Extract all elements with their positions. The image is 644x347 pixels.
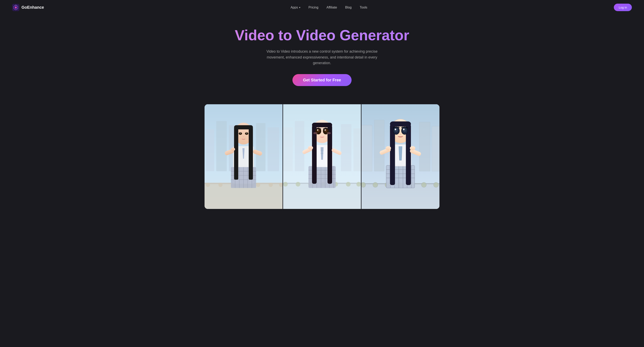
svg-rect-85: [374, 120, 384, 171]
navbar: GoEnhance Apps ▾ Pricing Affiliate Blog …: [0, 0, 644, 15]
panel-3-svg: [362, 104, 440, 209]
svg-rect-6: [256, 123, 266, 171]
svg-point-122: [410, 146, 415, 150]
svg-point-39: [231, 148, 235, 151]
hero-title: Video to Video Generator: [4, 27, 640, 44]
nav-item-affiliate[interactable]: Affiliate: [326, 6, 337, 9]
svg-rect-42: [295, 121, 304, 171]
panel-background-2: [283, 104, 361, 209]
svg-point-90: [362, 182, 366, 188]
svg-point-36: [243, 136, 244, 137]
panel-2-svg: [283, 104, 361, 209]
nav-link-affiliate[interactable]: Affiliate: [326, 6, 337, 9]
hero-section: Video to Video Generator Video to Video …: [0, 15, 644, 94]
logo[interactable]: GoEnhance: [12, 4, 44, 11]
svg-point-118: [403, 128, 405, 130]
svg-point-76: [317, 129, 318, 131]
svg-rect-84: [362, 125, 372, 171]
svg-point-11: [218, 183, 222, 187]
svg-point-82: [308, 146, 313, 150]
svg-point-52: [346, 182, 350, 187]
nav-item-apps[interactable]: Apps ▾: [290, 6, 300, 9]
logo-icon: [12, 4, 20, 11]
svg-point-48: [296, 182, 300, 187]
svg-marker-108: [399, 146, 402, 160]
svg-rect-3: [206, 129, 214, 171]
svg-point-95: [422, 182, 426, 188]
chevron-down-icon: ▾: [299, 6, 300, 9]
demo-panel-3: [361, 104, 440, 209]
svg-point-15: [268, 183, 273, 187]
svg-point-121: [386, 146, 391, 150]
panel-background-1: [204, 104, 282, 209]
nav-item-pricing[interactable]: Pricing: [308, 6, 318, 9]
svg-point-34: [240, 132, 241, 134]
brand-name: GoEnhance: [22, 5, 44, 10]
svg-point-35: [246, 132, 247, 134]
nav-link-blog[interactable]: Blog: [345, 6, 352, 9]
svg-rect-43: [341, 124, 351, 171]
get-started-button[interactable]: Get Started for Free: [292, 74, 352, 86]
svg-point-14: [256, 183, 260, 187]
demo-panel-2: [282, 104, 361, 209]
svg-rect-4: [216, 121, 227, 171]
svg-rect-87: [432, 126, 440, 171]
svg-rect-7: [268, 127, 279, 171]
panel-1-svg: [204, 104, 282, 209]
nav-link-pricing[interactable]: Pricing: [308, 6, 318, 9]
svg-rect-44: [354, 128, 361, 171]
login-button[interactable]: Log in: [614, 4, 632, 11]
nav-link-apps[interactable]: Apps ▾: [290, 6, 300, 9]
svg-rect-41: [283, 127, 293, 171]
svg-point-96: [434, 182, 439, 188]
svg-point-117: [395, 128, 396, 130]
svg-point-78: [313, 132, 318, 134]
nav-links: Apps ▾ Pricing Affiliate Blog Tools: [290, 6, 367, 9]
svg-point-53: [356, 182, 361, 187]
demo-section: [200, 104, 444, 209]
panel-background-3: [362, 104, 440, 209]
demo-container: [204, 104, 440, 209]
svg-rect-30: [234, 127, 238, 180]
hero-subtitle: Video to Video introduces a new control …: [257, 48, 387, 66]
demo-panel-1: [204, 104, 282, 209]
svg-point-10: [206, 183, 210, 187]
nav-link-tools[interactable]: Tools: [360, 6, 367, 9]
svg-point-91: [373, 182, 378, 188]
svg-rect-31: [249, 127, 253, 180]
svg-point-47: [283, 182, 288, 187]
svg-point-79: [327, 132, 331, 134]
svg-rect-86: [420, 122, 430, 171]
nav-item-blog[interactable]: Blog: [345, 6, 352, 9]
nav-item-tools[interactable]: Tools: [360, 6, 367, 9]
svg-point-77: [324, 129, 326, 131]
svg-point-1: [15, 7, 16, 8]
